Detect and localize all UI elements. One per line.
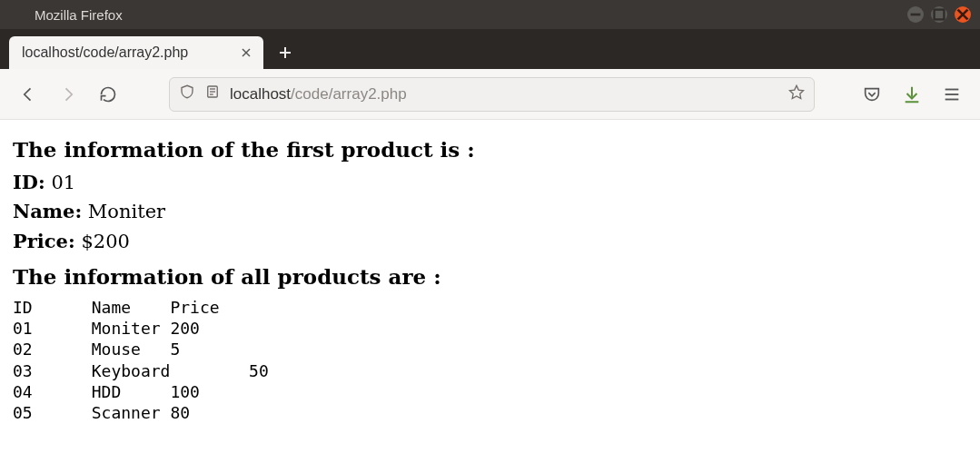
new-tab-button[interactable] [269,36,302,69]
first-price-row: Price: $200 [13,227,967,257]
download-icon[interactable] [896,79,927,110]
address-bar[interactable]: localhost/code/array2.php [169,77,815,112]
first-price-label: Price: [13,230,75,252]
forward-button[interactable] [53,79,84,110]
first-price-value: $200 [81,231,129,252]
url-host: localhost [230,85,291,103]
url-path: /code/array2.php [291,85,407,103]
shield-icon[interactable] [179,84,195,104]
close-icon[interactable] [955,6,971,23]
maximize-icon[interactable] [931,6,947,23]
products-table: ID Name Price 01 Moniter 200 02 Mouse 5 … [13,297,967,424]
toolbar: localhost/code/array2.php [0,69,980,120]
first-name-value: Moniter [88,201,165,222]
heading-all-products: The information of all products are : [13,261,967,293]
tab-close-icon[interactable] [238,44,254,61]
window-title: Mozilla Firefox [35,7,123,23]
heading-first-product: The information of the first product is … [13,134,967,166]
window-controls [907,6,971,23]
first-name-label: Name: [13,200,82,222]
url-text: localhost/code/array2.php [230,85,779,103]
svg-rect-1 [935,10,945,20]
window-titlebar: Mozilla Firefox [0,0,980,29]
svg-marker-12 [790,85,804,98]
first-id-row: ID: 01 [13,168,967,198]
pocket-icon[interactable] [856,79,887,110]
tab-strip: localhost/code/array2.php [0,29,980,69]
reload-button[interactable] [93,79,124,110]
bookmark-icon[interactable] [788,84,805,104]
minimize-icon[interactable] [907,6,924,23]
page-content: The information of the first product is … [0,120,980,433]
page-info-icon[interactable] [204,84,221,104]
first-name-row: Name: Moniter [13,197,967,227]
first-id-label: ID: [13,171,45,193]
back-button[interactable] [13,79,44,110]
menu-icon[interactable] [936,79,967,110]
first-id-value: 01 [51,172,75,193]
browser-tab[interactable]: localhost/code/array2.php [9,36,263,69]
tab-label: localhost/code/array2.php [22,44,227,61]
